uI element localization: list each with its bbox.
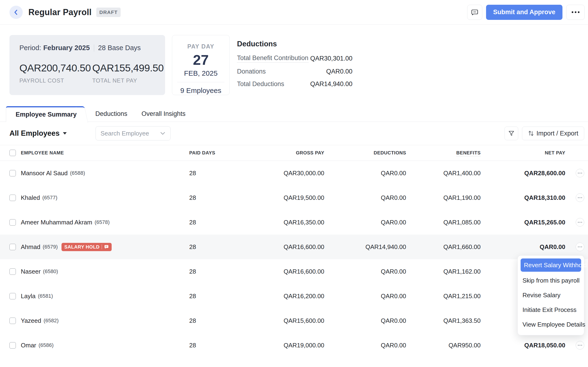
divider: [102, 244, 102, 249]
row-more-button[interactable]: [576, 193, 584, 202]
deductions-cell: QAR0.00: [324, 194, 406, 201]
row-more-button[interactable]: [576, 169, 584, 177]
net-pay-cell: QAR28,600.00: [481, 170, 565, 177]
table-row: Omar (6586) 28 QAR19,000.00 QAR0.00 QAR9…: [0, 333, 588, 358]
row-more-button[interactable]: [576, 341, 584, 350]
col-employee-name: EMPLOYEE NAME: [21, 150, 189, 156]
employee-name-cell: Ahmad (6579) SALARY HOLD: [21, 243, 189, 251]
select-all-checkbox[interactable]: [9, 150, 16, 156]
gross-pay-cell: QAR16,350.00: [220, 219, 324, 226]
paid-days-cell: 28: [189, 170, 220, 177]
total-net-pay-value: QAR155,499.50: [92, 62, 164, 74]
up-down-arrows-icon: [528, 130, 534, 137]
divider: [94, 44, 94, 51]
menu-item-view-employee-details[interactable]: View Employee Details: [521, 317, 581, 332]
deductions-cell: QAR0.00: [324, 268, 406, 275]
col-benefits: BENEFITS: [406, 150, 481, 156]
back-button[interactable]: [9, 6, 23, 19]
payday-label: PAY DAY: [172, 43, 229, 50]
salary-hold-badge[interactable]: SALARY HOLD: [61, 243, 112, 251]
more-options-button[interactable]: [566, 5, 585, 20]
filter-button[interactable]: [504, 126, 518, 140]
donations-value: QAR0.00: [326, 68, 353, 75]
gross-pay-cell: QAR19,500.00: [220, 194, 324, 201]
net-pay-cell: QAR15,265.00: [481, 219, 565, 226]
row-checkbox[interactable]: [9, 293, 16, 299]
gross-pay-cell: QAR16,200.00: [220, 292, 324, 300]
paid-days-cell: 28: [189, 219, 220, 226]
col-deductions: DEDUCTIONS: [324, 150, 406, 156]
deductions-title: Deductions: [237, 40, 367, 48]
menu-item-skip-from-payroll[interactable]: Skip from this payroll: [521, 273, 581, 288]
gross-pay-cell: QAR15,600.00: [220, 317, 324, 325]
net-pay-cell: QAR0.00: [481, 243, 565, 251]
row-more-button[interactable]: [576, 218, 584, 226]
submit-and-approve-button[interactable]: Submit and Approve: [486, 5, 563, 20]
payroll-cost-label: PAYROLL COST: [19, 77, 92, 84]
menu-item-revert-salary-withhold[interactable]: Revert Salary Withhold: [521, 259, 581, 272]
row-context-menu: Revert Salary Withhold Skip from this pa…: [518, 255, 584, 335]
deductions-cell: QAR0.00: [324, 342, 406, 349]
paid-days-cell: 28: [189, 268, 220, 275]
benefits-cell: QAR950.00: [406, 342, 481, 349]
period-card: Period: February 2025 28 Base Days QAR20…: [9, 35, 165, 95]
tab-overall-insights[interactable]: Overall Insights: [134, 106, 193, 122]
table-row-salary-hold: Ahmad (6579) SALARY HOLD 28 QAR16,600.00…: [0, 234, 588, 259]
paid-days-cell: 28: [189, 342, 220, 349]
payroll-cost-value: QAR200,740.50: [19, 62, 92, 74]
search-employee-select[interactable]: Search Employee: [96, 126, 170, 141]
top-bar-actions: Submit and Approve: [467, 5, 585, 20]
row-checkbox[interactable]: [9, 268, 16, 275]
row-checkbox[interactable]: [9, 244, 16, 250]
chevron-down-icon: [160, 132, 166, 135]
donations-label: Donations: [237, 68, 266, 75]
paid-days-cell: 28: [189, 317, 220, 325]
table-row: Khaled (6577) 28 QAR19,500.00 QAR0.00 QA…: [0, 185, 588, 210]
import-export-button[interactable]: Import / Export: [522, 126, 584, 140]
row-checkbox[interactable]: [9, 195, 16, 201]
employee-filter-dropdown[interactable]: All Employees: [9, 129, 67, 138]
employee-name-cell: Layla (6581): [21, 292, 189, 300]
comments-button[interactable]: [467, 5, 482, 20]
benefits-cell: QAR1,190.00: [406, 194, 481, 201]
tab-employee-summary[interactable]: Employee Summary: [6, 106, 83, 122]
funnel-icon: [508, 130, 515, 137]
total-benefit-contribution-value: QAR30,301.00: [310, 55, 353, 62]
deductions-cell: QAR0.00: [324, 317, 406, 325]
row-checkbox[interactable]: [9, 342, 16, 349]
menu-item-revise-salary[interactable]: Revise Salary: [521, 288, 581, 302]
row-checkbox[interactable]: [9, 219, 16, 225]
benefits-cell: QAR1,085.00: [406, 219, 481, 226]
menu-item-initiate-exit-process[interactable]: Initiate Exit Process: [521, 302, 581, 317]
tab-deductions[interactable]: Deductions: [88, 106, 134, 122]
deduction-line: Donations QAR0.00: [237, 68, 353, 75]
deductions-cell: QAR0.00: [324, 292, 406, 300]
net-pay-cell: QAR18,310.00: [481, 194, 565, 201]
ellipsis-icon: [572, 11, 580, 13]
employee-name-cell: Mansoor Al Saud (6588): [21, 170, 189, 177]
row-checkbox[interactable]: [9, 170, 16, 176]
total-benefit-contribution-label[interactable]: Total Benefit Contribution: [237, 54, 308, 63]
employee-name-cell: Naseer (6580): [21, 268, 189, 275]
deductions-cell: QAR14,940.00: [324, 243, 406, 251]
benefits-cell: QAR1,400.00: [406, 170, 481, 177]
table-row: Naseer (6580) 28 QAR16,600.00 QAR0.00 QA…: [0, 259, 588, 284]
divider: [177, 82, 225, 82]
net-pay-cell: QAR18,050.00: [481, 342, 565, 349]
col-paid-days: PAID DAYS: [189, 150, 220, 156]
deductions-cell: QAR0.00: [324, 219, 406, 226]
deductions-panel: Deductions Total Benefit Contribution QA…: [237, 35, 367, 93]
col-gross-pay: GROSS PAY: [220, 150, 324, 156]
gross-pay-cell: QAR30,000.00: [220, 170, 324, 177]
row-checkbox[interactable]: [9, 317, 16, 324]
speech-bubble-icon: [104, 244, 109, 249]
deduction-line: Total Benefit Contribution QAR30,301.00: [237, 54, 353, 63]
col-net-pay: NET PAY: [481, 150, 565, 156]
caret-down-icon: [63, 132, 67, 134]
row-more-button[interactable]: [576, 243, 584, 251]
table-row: Layla (6581) 28 QAR16,200.00 QAR0.00 QAR…: [0, 284, 588, 308]
paid-days-cell: 28: [189, 292, 220, 300]
status-badge: DRAFT: [96, 8, 121, 17]
period-label: Period:: [19, 44, 41, 52]
benefits-cell: QAR1,363.50: [406, 317, 481, 325]
